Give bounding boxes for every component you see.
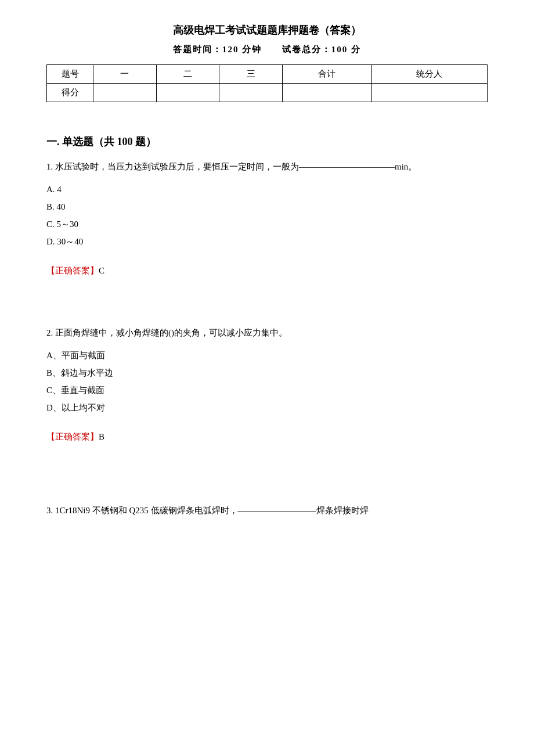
question-2-option-b: B、斜边与水平边 — [46, 364, 488, 381]
question-1-option-c: C. 5～30 — [46, 215, 488, 233]
table-row-defen-grader — [371, 84, 487, 102]
question-1-option-a: A. 4 — [46, 181, 488, 198]
question-2-text: 2. 正面角焊缝中，减小角焊缝的()的夹角，可以减小应力集中。 — [46, 325, 488, 341]
section1-title: 一. 单选题（共 100 题） — [46, 135, 488, 149]
subtitle-score: 试卷总分：100 分 — [282, 45, 361, 54]
table-row-defen-one — [93, 84, 157, 102]
table-row-defen-total — [282, 84, 371, 102]
table-row-defen-three — [219, 84, 283, 102]
page-title: 高级电焊工考试试题题库押题卷（答案） — [46, 23, 488, 37]
answer-2-bracket: 【正确答案】 — [46, 432, 99, 441]
table-header-three: 三 — [219, 65, 283, 84]
table-header-one: 一 — [93, 65, 157, 84]
answer-1-bracket: 【正确答案】 — [46, 266, 99, 275]
score-table: 题号 一 二 三 合计 统分人 得分 — [46, 64, 488, 102]
question-1-answer: 【正确答案】C — [46, 265, 488, 276]
question-1-option-d: D. 30～40 — [46, 233, 488, 250]
table-header-grader: 统分人 — [371, 65, 487, 84]
table-header-two: 二 — [156, 65, 219, 84]
question-block-2: 2. 正面角焊缝中，减小角焊缝的()的夹角，可以减小应力集中。 A、平面与截面 … — [46, 325, 488, 442]
question-1-text: 1. 水压试验时，当压力达到试验压力后，要恒压一定时间，一般为—————————… — [46, 159, 488, 175]
question-3-text: 3. 1Cr18Ni9 不锈钢和 Q235 低碳钢焊条电弧焊时，————————… — [46, 503, 488, 519]
question-2-option-d: D、以上均不对 — [46, 399, 488, 416]
table-row-defen-two — [156, 84, 219, 102]
answer-2-letter: B — [99, 432, 104, 441]
question-1-option-b: B. 40 — [46, 198, 488, 215]
question-block-1: 1. 水压试验时，当压力达到试验压力后，要恒压一定时间，一般为—————————… — [46, 159, 488, 276]
question-2-option-c: C、垂直与截面 — [46, 381, 488, 399]
question-block-3: 3. 1Cr18Ni9 不锈钢和 Q235 低碳钢焊条电弧焊时，————————… — [46, 503, 488, 519]
question-2-option-a: A、平面与截面 — [46, 347, 488, 364]
question-2-answer: 【正确答案】B — [46, 431, 488, 442]
subtitle-time: 答题时间：120 分钟 — [173, 45, 262, 54]
answer-1-letter: C — [99, 266, 104, 275]
subtitle: 答题时间：120 分钟 试卷总分：100 分 — [46, 44, 488, 55]
table-header-total: 合计 — [282, 65, 371, 84]
table-row-defen-label: 得分 — [47, 84, 93, 102]
table-header-tihao: 题号 — [47, 65, 93, 84]
